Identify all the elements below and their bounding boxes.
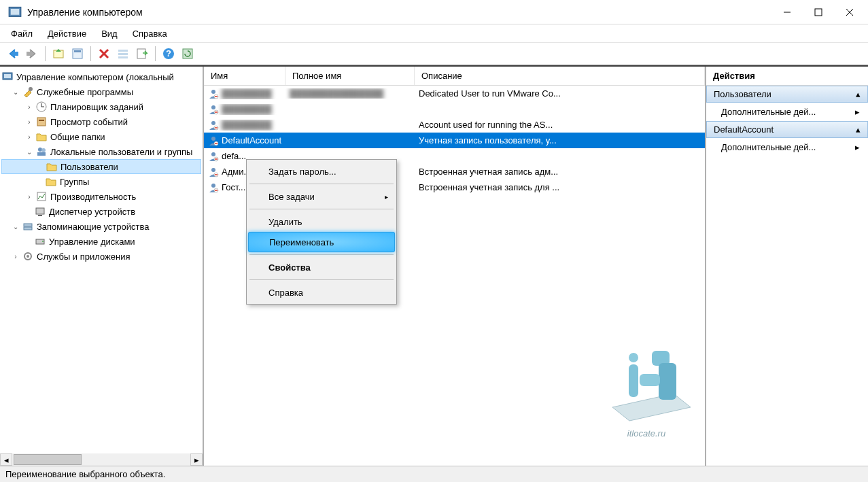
expand-icon[interactable]: › <box>24 117 34 126</box>
context-item-label: Удалить <box>268 217 302 227</box>
actions-group-defaultaccount[interactable]: DefaultAccount ▴ <box>706 121 868 138</box>
svg-point-38 <box>211 90 215 94</box>
status-text: Переименование выбранного объекта. <box>5 469 165 479</box>
scroll-right-icon[interactable]: ▸ <box>190 453 203 466</box>
tree-events[interactable]: › Просмотр событий <box>1 114 201 129</box>
menu-help[interactable]: Справка <box>126 26 174 41</box>
svg-point-35 <box>42 241 44 242</box>
menu-action[interactable]: Действие <box>41 26 93 41</box>
column-name[interactable]: Имя <box>204 67 285 85</box>
tree-label: Пользователи <box>60 162 118 172</box>
context-item-label: Все задачи <box>268 192 315 202</box>
tree-users[interactable]: Пользователи <box>1 159 201 174</box>
tree-devicemgr[interactable]: Диспетчер устройств <box>1 204 201 219</box>
svg-point-20 <box>29 87 33 91</box>
list-row[interactable]: DefaultAccountУчетная запись пользовател… <box>204 133 705 148</box>
tree-scrollbar[interactable]: ◂ ▸ <box>0 453 203 466</box>
cell-description: Account used for running the AS... <box>415 120 705 130</box>
context-item-label: Переименовать <box>269 237 334 247</box>
context-delete[interactable]: Удалить <box>248 211 395 232</box>
action-item-label: Дополнительные дей... <box>721 142 816 152</box>
expand-icon[interactable]: › <box>24 192 34 201</box>
properties-button[interactable] <box>69 45 86 63</box>
tree-services[interactable]: › Службы и приложения <box>1 249 201 264</box>
list-header: Имя Полное имя Описание <box>204 67 705 86</box>
context-all-tasks[interactable]: Все задачи▸ <box>248 186 395 207</box>
user-icon <box>208 182 219 193</box>
user-icon <box>208 120 219 131</box>
cell-name: ████████ <box>204 120 285 131</box>
tree-localusers[interactable]: ⌄ Локальные пользователи и группы <box>1 144 201 159</box>
toolbar: ? <box>0 42 868 65</box>
column-description[interactable]: Описание <box>415 67 705 85</box>
svg-rect-30 <box>36 208 44 214</box>
tree-label: Производительность <box>50 192 136 202</box>
svg-point-27 <box>41 148 46 152</box>
tree-utilities[interactable]: ⌄ Служебные программы <box>1 84 201 99</box>
actions-more-defaultaccount[interactable]: Дополнительные дей... ▸ <box>706 138 868 156</box>
svg-point-40 <box>211 105 215 109</box>
list-button[interactable] <box>114 45 132 63</box>
tree-groups[interactable]: Группы <box>1 174 201 189</box>
user-icon <box>208 104 219 115</box>
cell-description: Встроенная учетная запись для ... <box>415 182 705 192</box>
actions-more-users[interactable]: Дополнительные дей... ▸ <box>706 103 868 121</box>
close-button[interactable] <box>834 1 865 23</box>
tree-diskmgr[interactable]: Управление дисками <box>1 234 201 249</box>
cell-description: Учетная запись пользователя, у... <box>415 135 705 145</box>
column-fullname[interactable]: Полное имя <box>285 67 415 85</box>
up-button[interactable] <box>50 45 67 63</box>
tree-root[interactable]: Управление компьютером (локальный <box>1 69 201 84</box>
minimize-button[interactable] <box>771 1 803 23</box>
actions-group-users[interactable]: Пользователи ▴ <box>706 86 868 103</box>
expand-icon[interactable]: › <box>24 132 34 141</box>
menubar: Файл Действие Вид Справка <box>0 24 868 42</box>
nav-forward-button[interactable] <box>23 45 41 63</box>
delete-button[interactable] <box>95 45 113 63</box>
refresh-button[interactable] <box>179 45 196 63</box>
menu-file[interactable]: Файл <box>4 26 39 41</box>
context-set-password[interactable]: Задать пароль... <box>248 161 395 182</box>
tree-label: Просмотр событий <box>50 117 128 127</box>
list-row[interactable]: ███████████████████████Dedicated User to… <box>204 86 705 101</box>
collapse-icon[interactable]: ⌄ <box>11 87 20 97</box>
submenu-arrow-icon: ▸ <box>385 193 388 201</box>
scroll-thumb[interactable] <box>14 454 82 465</box>
maximize-button[interactable] <box>803 1 834 23</box>
svg-point-44 <box>211 137 215 141</box>
tools-icon <box>22 86 34 98</box>
svg-rect-19 <box>4 74 11 78</box>
clock-icon <box>35 101 48 113</box>
context-rename[interactable]: Переименовать <box>248 232 395 252</box>
tree-scheduler[interactable]: › Планировщик заданий <box>1 99 201 114</box>
disk-icon <box>34 235 46 247</box>
user-icon <box>208 135 219 146</box>
export-button[interactable] <box>133 45 151 63</box>
storage-icon <box>22 220 34 233</box>
tree-storage[interactable]: ⌄ Запоминающие устройства <box>1 219 201 234</box>
expand-icon[interactable]: › <box>11 252 20 261</box>
svg-rect-11 <box>118 50 128 52</box>
tree-label: Службы и приложения <box>37 252 131 262</box>
context-item-label: Справка <box>268 288 303 298</box>
nav-back-button[interactable] <box>4 45 22 63</box>
list-row[interactable]: ████████ <box>204 101 705 117</box>
context-properties[interactable]: Свойства <box>248 257 395 277</box>
expand-icon[interactable]: › <box>24 102 34 111</box>
tree-shared[interactable]: › Общие папки <box>1 129 201 144</box>
svg-rect-12 <box>118 53 128 55</box>
list-row[interactable]: ████████Account used for running the AS.… <box>204 117 705 133</box>
svg-rect-33 <box>24 227 32 230</box>
help-button[interactable]: ? <box>160 45 177 63</box>
cell-name: ████████ <box>204 104 285 115</box>
collapse-icon[interactable]: ⌄ <box>24 147 34 156</box>
user-icon <box>208 167 219 177</box>
svg-rect-32 <box>24 224 32 226</box>
svg-rect-8 <box>74 50 81 52</box>
collapse-icon[interactable]: ⌄ <box>11 222 20 231</box>
menu-view[interactable]: Вид <box>94 26 124 41</box>
svg-text:?: ? <box>166 48 171 58</box>
tree-performance[interactable]: › Производительность <box>1 189 201 204</box>
scroll-left-icon[interactable]: ◂ <box>0 453 12 466</box>
context-help[interactable]: Справка <box>248 282 395 303</box>
